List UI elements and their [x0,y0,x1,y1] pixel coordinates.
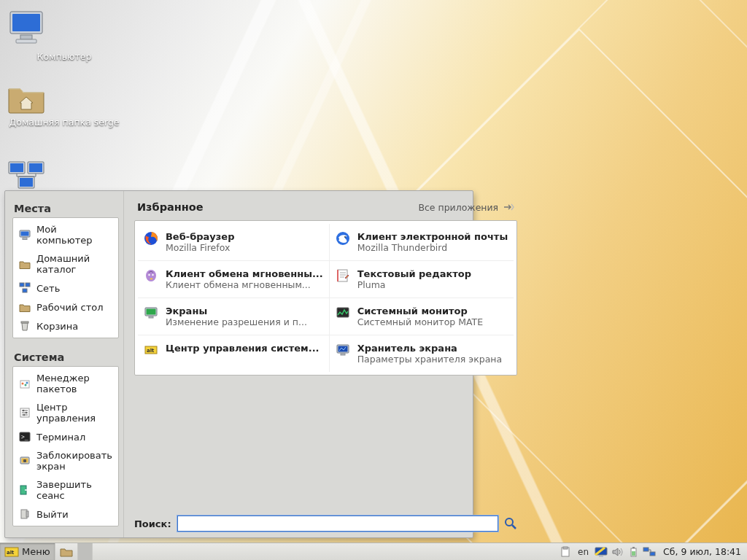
desktop-icon-label: Домашняя папка serge [6,117,123,128]
alt-logo-icon: alt [4,546,19,558]
favorite-title: Экраны [166,306,307,316]
svg-rect-9 [20,178,33,187]
favorite-item-text-editor[interactable]: Текстовый редакторPluma [330,261,514,298]
favorite-item-thunderbird[interactable]: Клиент электронной почтыMozilla Thunderb… [330,224,514,261]
all-apps-button[interactable]: Все приложения [418,202,514,213]
favorite-subtitle: Mozilla Firefox [166,242,235,253]
system-item-terminal[interactable]: >_ Терминал [13,427,118,446]
menu-item-label: Рабочий стол [36,302,103,313]
tray-clipboard-icon[interactable] [559,545,572,559]
places-list: Мой компьютер Домашний каталог Сеть Рабо… [12,217,119,338]
home-folder-icon [19,258,31,270]
svg-point-26 [26,412,28,414]
search-label: Поиск: [134,518,171,529]
places-heading: Места [14,203,117,214]
lock-icon [19,455,31,467]
system-heading: Система [14,351,117,363]
svg-rect-65 [632,551,635,556]
menu-button[interactable]: alt Меню [0,543,55,560]
thunderbird-icon [336,231,350,246]
svg-rect-2 [20,35,32,39]
svg-rect-3 [16,39,36,43]
system-item-logout[interactable]: Завершить сеанс [13,475,118,505]
firefox-icon [144,231,158,246]
show-desktop-button[interactable] [78,543,93,560]
system-item-shutdown[interactable]: Выйти [13,505,118,524]
logout-icon [19,484,31,496]
system-item-package-manager[interactable]: Менеджер пакетов [13,369,118,398]
desktop-icon-home[interactable]: Домашняя папка serge [6,80,123,128]
svg-rect-62 [599,556,603,557]
favorite-item-firefox[interactable]: Веб-браузерMozilla Firefox [138,224,330,261]
favorite-item-displays[interactable]: ЭкраныИзменение разрешения и п... [138,298,330,335]
places-item-my-computer[interactable]: Мой компьютер [13,220,118,249]
computer-icon [6,7,123,48]
folder-icon [60,546,73,558]
menu-item-label: Домашний каталог [36,253,112,275]
svg-rect-47 [146,309,155,315]
home-folder-icon [6,80,123,114]
svg-rect-66 [643,548,649,551]
svg-line-56 [512,525,516,529]
menu-item-label: Терминал [36,432,85,443]
system-item-lock-screen[interactable]: Заблокировать экран [13,446,118,475]
favorite-subtitle: Клиент обмена мгновенным... [166,279,323,290]
tray-volume-icon[interactable] [611,545,624,559]
menu-item-label: Центр управления [36,402,112,424]
svg-point-19 [25,384,27,386]
clock[interactable]: Сб, 9 июл, 18:41 [659,546,743,557]
terminal-icon: >_ [19,431,31,443]
svg-rect-16 [21,322,28,323]
places-item-trash[interactable]: Корзина [13,316,118,335]
favorite-subtitle: Изменение разрешения и п... [166,316,307,327]
menu-item-label: Завершить сеанс [36,479,112,501]
menu-button-label: Меню [22,546,50,557]
menu-item-label: Мой компьютер [36,224,112,246]
chevron-right-icon [503,203,514,211]
search-icon[interactable] [504,517,517,530]
favorite-subtitle: Pluma [357,279,471,290]
settings-icon [19,407,31,419]
favorite-item-screensaver[interactable]: Хранитель экранаПараметры хранителя экра… [330,335,514,372]
svg-point-20 [26,382,28,384]
tray-network-icon[interactable] [643,545,656,559]
places-item-home[interactable]: Домашний каталог [13,249,118,279]
favorite-item-system-control-center[interactable]: alt Центр управления систем... [138,335,330,372]
favorites-grid: Веб-браузерMozilla Firefox Клиент электр… [134,220,517,376]
search-input[interactable] [177,516,499,532]
svg-rect-7 [29,163,42,172]
favorite-title: Текстовый редактор [357,268,471,279]
tray-display-icon[interactable] [595,545,608,559]
svg-point-40 [148,274,150,276]
computer-icon [19,229,31,241]
desktop-icon-network[interactable] [6,160,123,194]
svg-point-27 [23,414,26,416]
folder-icon [19,301,31,313]
favorite-title: Центр управления систем... [166,343,320,354]
svg-rect-35 [26,511,28,517]
svg-rect-5 [10,163,23,172]
svg-rect-42 [338,270,347,281]
tray-battery-icon[interactable] [627,545,640,559]
places-item-desktop[interactable]: Рабочий стол [13,298,118,316]
desktop-icon-computer[interactable]: Компьютер [6,7,123,62]
trash-icon [19,320,31,332]
favorite-subtitle: Mozilla Thunderbird [357,242,508,253]
menu-item-label: Менеджер пакетов [36,373,112,394]
system-tray: en Сб, 9 июл, 18:41 [554,543,747,560]
favorite-item-im-client[interactable]: Клиент обмена мгновенны...Клиент обмена … [138,261,330,298]
favorite-item-system-monitor[interactable]: Системный мониторСистемный монитор MATE [330,298,514,335]
places-item-network[interactable]: Сеть [13,279,118,298]
svg-rect-64 [632,547,635,548]
taskbar-file-manager-button[interactable] [55,543,78,560]
svg-point-41 [152,274,153,276]
all-apps-label: Все приложения [418,202,498,213]
favorite-title: Хранитель экрана [357,343,502,354]
keyboard-layout-indicator[interactable]: en [575,547,592,557]
system-item-control-center[interactable]: Центр управления [13,398,118,427]
favorite-title: Клиент обмена мгновенны... [166,268,323,279]
menu-item-label: Сеть [36,283,60,294]
svg-point-55 [506,518,513,526]
shutdown-icon [19,508,31,520]
svg-text:alt: alt [147,348,155,354]
